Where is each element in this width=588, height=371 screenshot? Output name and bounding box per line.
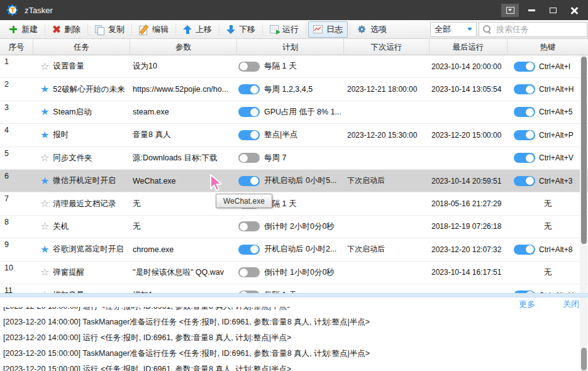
- move-up-button[interactable]: 上移: [178, 21, 217, 38]
- run-task-button[interactable]: 运行: [265, 21, 304, 38]
- column-header-last-run[interactable]: 最后运行: [430, 39, 508, 55]
- toggle-knob: [526, 108, 534, 116]
- row-index: 11: [0, 284, 33, 293]
- table-row[interactable]: 11☆增加音量增加1每隔 1 天Ctrl+Alt+U: [0, 284, 588, 293]
- hotkey-toggle[interactable]: [514, 176, 535, 186]
- star-outline-icon[interactable]: ☆: [40, 62, 49, 72]
- hotkey-text: 无: [544, 199, 552, 209]
- table-row[interactable]: 4★报时音量8 真人整点|半点2023-12-20 15:30:002023-1…: [0, 124, 588, 147]
- star-outline-icon[interactable]: ☆: [40, 221, 49, 231]
- hotkey-text: Ctrl+Alt+8: [539, 245, 572, 254]
- star-outline-icon[interactable]: ☆: [40, 199, 49, 209]
- hotkey-toggle[interactable]: [514, 84, 535, 94]
- hotkey-toggle[interactable]: [514, 153, 535, 163]
- panel-splitter[interactable]: [0, 293, 588, 297]
- app-logo-icon: [6, 3, 19, 17]
- delete-task-button[interactable]: 删除: [47, 21, 86, 38]
- star-filled-icon[interactable]: ★: [40, 176, 49, 186]
- plan-toggle[interactable]: [238, 153, 260, 163]
- hotkey-toggle[interactable]: [514, 62, 535, 72]
- search-input[interactable]: [495, 24, 583, 35]
- hotkey-toggle[interactable]: [514, 245, 535, 255]
- table-row[interactable]: 9★谷歌浏览器定时开启chrome.exe开机启动后 0小时2...下次启动后2…: [0, 238, 588, 261]
- plan-text: 开机启动后 0小时2...: [264, 244, 336, 255]
- plan-toggle[interactable]: [238, 245, 260, 255]
- column-header-param[interactable]: 参数: [130, 39, 237, 55]
- star-outline-icon[interactable]: ☆: [40, 153, 49, 163]
- column-header-next-run[interactable]: 下次运行: [344, 39, 430, 55]
- plan-text: 整点|半点: [264, 130, 297, 140]
- plan-text: 倒计时 2小时0分0秒: [264, 221, 335, 232]
- table-row[interactable]: 5☆同步文件夹源:Downloads 目标:下载每周 7Ctrl+Alt+V: [0, 147, 588, 170]
- minimize-icon: [528, 9, 535, 11]
- log-chart-icon: [313, 25, 323, 33]
- star-filled-icon[interactable]: ★: [40, 245, 49, 255]
- minimize-to-tray-button[interactable]: [501, 4, 519, 17]
- task-name: 微信开机定时开启: [53, 175, 116, 186]
- hotkey-toggle[interactable]: [514, 130, 535, 140]
- plan-toggle[interactable]: [238, 221, 260, 231]
- row-index: 5: [0, 147, 33, 169]
- edit-task-button[interactable]: 编辑: [134, 21, 174, 38]
- table-row[interactable]: 1☆设置音量设为10每隔 1 天2023-10-14 20:00:00Ctrl+…: [0, 55, 588, 78]
- mouse-cursor: [209, 174, 225, 192]
- table-row[interactable]: 3★Steam启动steam.exeGPU占用 低于 8% 1...Ctrl+A…: [0, 101, 588, 124]
- toolbar-separator: [306, 24, 306, 35]
- column-header-hotkey[interactable]: 热键: [508, 39, 588, 55]
- edit-pencil-icon: [139, 25, 148, 34]
- log-toggle-button[interactable]: 日志: [308, 21, 348, 38]
- table-scrollbar-thumb[interactable]: [581, 57, 587, 244]
- toggle-knob: [526, 62, 534, 70]
- star-outline-icon[interactable]: ☆: [40, 267, 49, 277]
- filter-dropdown[interactable]: 全部: [430, 22, 477, 37]
- task-name: Steam启动: [53, 107, 91, 118]
- column-header-task[interactable]: 任务: [33, 39, 130, 55]
- log-scrollbar-thumb[interactable]: [581, 348, 587, 370]
- plan-toggle[interactable]: [238, 62, 260, 72]
- table-header: 序号 任务 参数 计划 下次运行 最后运行 热键: [0, 39, 588, 55]
- plan-toggle[interactable]: [238, 267, 260, 277]
- table-row[interactable]: 10☆弹窗提醒"是时候该休息啦" QQ.wav倒计时 1小时0分0秒2023-1…: [0, 262, 588, 284]
- param-cell: steam.exe: [130, 108, 237, 116]
- table-row[interactable]: 2★52破解心开始の未来https://www.52pojie.cn/ho...…: [0, 78, 588, 101]
- table-row[interactable]: 6★微信开机定时开启WeChat.exe开机启动后 0小时5...下次启动后20…: [0, 170, 588, 192]
- plan-toggle[interactable]: [238, 130, 260, 140]
- arrow-down-icon: [226, 25, 235, 34]
- column-header-index[interactable]: 序号: [0, 39, 33, 55]
- log-scrollbar[interactable]: [580, 297, 587, 371]
- chevron-down-icon: [467, 28, 472, 31]
- toolbar-separator: [219, 24, 219, 35]
- hotkey-cell: Ctrl+Alt+8: [508, 245, 588, 255]
- table-row[interactable]: 8☆关机无倒计时 2小时0分0秒2018-12-19 07:26:18无: [0, 216, 588, 238]
- hotkey-text: Ctrl+Alt+5: [539, 108, 572, 116]
- hotkey-toggle[interactable]: [514, 107, 535, 117]
- row-index: 10: [0, 262, 33, 284]
- plan-cell: 每隔 1 天: [237, 61, 344, 72]
- star-filled-icon[interactable]: ★: [40, 130, 49, 140]
- next-run-cell: 下次启动后: [344, 244, 430, 255]
- table-row[interactable]: 7☆清理最近文档记录无每隔 1 天2018-05-16 21:27:29无: [0, 192, 588, 215]
- minimize-button[interactable]: [523, 4, 540, 17]
- tray-arrow-icon: [506, 7, 514, 14]
- options-button[interactable]: 选项: [352, 21, 392, 38]
- move-down-button[interactable]: 下移: [221, 21, 260, 38]
- task-cell: ★52破解心开始の未来: [33, 84, 130, 95]
- tooltip-text: WeChat.exe: [223, 197, 265, 206]
- table-scrollbar[interactable]: [580, 55, 587, 293]
- maximize-button[interactable]: [544, 4, 562, 17]
- copy-task-button[interactable]: 复制: [90, 21, 130, 38]
- new-task-button[interactable]: 新建: [4, 21, 43, 38]
- plan-toggle[interactable]: [238, 176, 260, 186]
- star-filled-icon[interactable]: ★: [40, 107, 49, 117]
- toggle-knob: [240, 154, 248, 162]
- plan-toggle[interactable]: [238, 84, 260, 94]
- log-line: [2023-12-20 14:00:00] TaskManager准备运行任务 …: [0, 314, 579, 330]
- star-filled-icon[interactable]: ★: [40, 84, 49, 94]
- column-header-plan[interactable]: 计划: [237, 39, 344, 55]
- plan-toggle[interactable]: [238, 107, 260, 117]
- toolbar-right-group: 全部: [430, 22, 588, 37]
- arrow-up-icon: [183, 25, 192, 34]
- close-button[interactable]: [565, 4, 583, 17]
- task-cell: ☆弹窗提醒: [33, 267, 130, 278]
- toggle-knob: [526, 131, 534, 139]
